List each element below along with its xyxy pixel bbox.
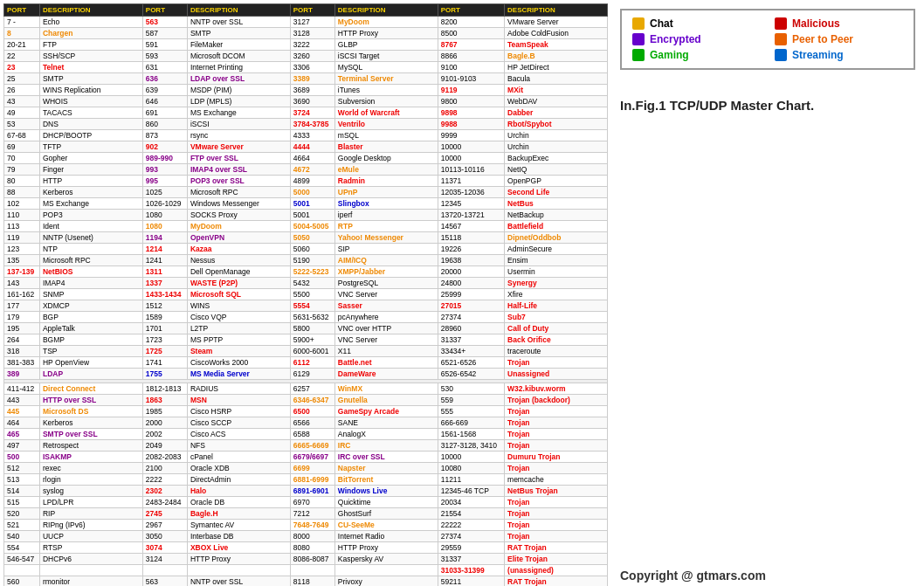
table-row: 70Gopher 989-990FTP over SSL 4664Google …: [4, 153, 608, 164]
table-row: 102MS Exchange 1026-1029Windows Messenge…: [4, 198, 608, 210]
legend-dot-streaming: [775, 49, 787, 61]
table-row: 560rmonitor 563NNTP over SSL 8118Privoxy…: [4, 576, 608, 587]
table-row: 515LPD/LPR 2483-2484Oracle DB 6970Quickt…: [4, 497, 608, 508]
legend-label-p2p: Peer to Peer: [792, 33, 853, 45]
table-row: 110POP3 1080SOCKS Proxy 5001iperf 13720-…: [4, 210, 608, 221]
legend-label-chat: Chat: [650, 17, 673, 30]
table-row: 546-547DHCPv6 3124HTTP Proxy 8086-8087Ka…: [4, 554, 608, 565]
table-row: 514syslog 2302Halo 6891-6901Windows Live…: [4, 486, 608, 497]
legend-label-streaming: Streaming: [792, 49, 844, 61]
table-row: 179BGP 1589Cisco VQP 5631-5632pcAnywhere…: [4, 312, 608, 323]
port-table: PORT DESCRIPTION PORT DESCRIPTION PORT D…: [3, 3, 608, 586]
right-panel: Chat Malicious Encrypted Peer to Peer Ga…: [611, 0, 924, 586]
legend-dot-p2p: [775, 33, 787, 45]
table-row: 25SMTP 636LDAP over SSL 3389Terminal Ser…: [4, 73, 608, 85]
table-row: 8Chargen 587SMTP 3128HTTP Proxy 8500Adob…: [4, 28, 608, 39]
table-row: 67-68DHCP/BOOTP 873rsync 4333mSQL 9999Ur…: [4, 130, 608, 141]
table-row: 161-162SNMP 1433-1434Microsoft SQL 5500V…: [4, 289, 608, 300]
legend-dot-gaming: [632, 49, 645, 61]
header-port2: PORT: [142, 4, 187, 17]
table-row: 381-383HP OpenView 1741CiscoWorks 2000 6…: [4, 357, 608, 369]
legend-item-encrypted: Encrypted: [632, 33, 761, 45]
table-row: 445Microsoft DS 1985Cisco HSRP 6500GameS…: [4, 406, 608, 417]
table-row: 135Microsoft RPC 1241Nessus 5190AIM/ICQ …: [4, 255, 608, 266]
legend-label-encrypted: Encrypted: [650, 33, 701, 45]
table-row: 411-412Direct Connect 1812-1813RADIUS 62…: [4, 383, 608, 395]
main-table-container: PORT DESCRIPTION PORT DESCRIPTION PORT D…: [0, 0, 611, 586]
table-row: 318TSP 1725Steam 6000-6001X11 33434+trac…: [4, 346, 608, 357]
table-row: 195AppleTalk 1701L2TP 5800VNC over HTTP …: [4, 323, 608, 334]
table-row: 389LDAP 1755MS Media Server 6129DameWare…: [4, 369, 608, 380]
legend-grid: Chat Malicious Encrypted Peer to Peer Ga…: [632, 17, 903, 61]
table-row: 540UUCP 3050Interbase DB 8000Internet Ra…: [4, 531, 608, 542]
table-row: 22SSH/SCP 593Microsoft DCOM 3260iSCSI Ta…: [4, 51, 608, 62]
table-row: 88Kerberos 1025Microsoft RPC 5000UPnP 12…: [4, 187, 608, 198]
table-row: 137-139NetBIOS 1311Dell OpenManage 5222-…: [4, 266, 608, 278]
table-row: 31033-31399(unassigned): [4, 565, 608, 576]
table-row: 119NNTP (Usenet) 1194OpenVPN 5050Yahoo! …: [4, 232, 608, 244]
header-desc4: DESCRIPTION: [505, 4, 608, 17]
table-row: 143IMAP4 1337WASTE (P2P) 5432PostgreSQL …: [4, 278, 608, 289]
chart-title: In.Fig.1 TCP/UDP Master Chart.: [620, 98, 915, 113]
table-row: 264BGMP 1723MS PPTP 5900+VNC Server 3133…: [4, 334, 608, 346]
table-row: 554RTSP 3074XBOX Live 8080HTTP Proxy 295…: [4, 542, 608, 554]
table-row: 177XDMCP 1512WINS 5554Sasser 27015Half-L…: [4, 300, 608, 312]
table-row: 521RIPng (IPv6) 2967Symantec AV 7648-764…: [4, 520, 608, 531]
legend-dot-encrypted: [632, 33, 645, 45]
header-port4: PORT: [438, 4, 504, 17]
legend-item-chat: Chat: [632, 17, 761, 30]
legend-label-malicious: Malicious: [792, 17, 840, 30]
header-desc1: DESCRIPTION: [39, 4, 142, 17]
legend-item-gaming: Gaming: [632, 49, 761, 61]
legend-dot-chat: [632, 17, 645, 30]
table-row: 113Ident 1080MyDoom 5004-5005RTP 14567Ba…: [4, 221, 608, 232]
table-row: 465SMTP over SSL 2002Cisco ACS 6588Analo…: [4, 429, 608, 440]
table-row: 69TFTP 902VMware Server 4444Blaster 1000…: [4, 141, 608, 153]
table-row: 26WINS Replication 639MSDP (PIM) 3689iTu…: [4, 85, 608, 96]
header-port1: PORT: [4, 4, 40, 17]
table-row: 20-21FTP 591FileMaker 3222GLBP 8767TeamS…: [4, 39, 608, 51]
table-row: 497Retrospect 2049NFS 6665-6669IRC 3127-…: [4, 440, 608, 452]
copyright: Copyright @ gtmars.com: [620, 551, 915, 583]
table-row: 520RIP 2745Bagle.H 7212GhostSurf 21554Tr…: [4, 508, 608, 520]
legend-box: Chat Malicious Encrypted Peer to Peer Ga…: [620, 9, 915, 70]
table-row: 80HTTP 995POP3 over SSL 4899Radmin 11371…: [4, 176, 608, 187]
legend-item-streaming: Streaming: [775, 49, 903, 61]
table-row: 513rlogin 2222DirectAdmin 6881-6999BitTo…: [4, 474, 608, 486]
header-desc3: DESCRIPTION: [334, 4, 438, 17]
legend-item-malicious: Malicious: [775, 17, 903, 30]
table-row: 512rexec 2100Oracle XDB 6699Napster 1008…: [4, 463, 608, 474]
table-row: 49TACACS 691MS Exchange 3724World of War…: [4, 107, 608, 119]
table-row: 23Telnet 631Internet Printing 3306MySQL …: [4, 62, 608, 73]
table-row: 53DNS 860iSCSI 3784-3785Ventrilo 9988Rbo…: [4, 119, 608, 130]
table-row: 79Finger 993IMAP4 over SSL 4672eMule 101…: [4, 164, 608, 176]
table-row: 443HTTP over SSL 1863MSN 6346-6347Gnutel…: [4, 395, 608, 406]
legend-item-p2p: Peer to Peer: [775, 33, 903, 45]
table-row: 43WHOIS 646LDP (MPLS) 3690Subversion 980…: [4, 96, 608, 107]
table-row: 123NTP 1214Kazaa 5060SIP 19226AdminSecur…: [4, 244, 608, 255]
table-row: 7 -Echo 563NNTP over SSL 3127MyDoom 8200…: [4, 17, 608, 28]
header-port3: PORT: [290, 4, 334, 17]
table-row: 500ISAKMP 2082-2083cPanel 6679/6697IRC o…: [4, 452, 608, 463]
legend-label-gaming: Gaming: [650, 49, 689, 61]
table-row: 464Kerberos 2000Cisco SCCP 6566SANE 666-…: [4, 417, 608, 429]
legend-dot-malicious: [775, 17, 787, 30]
header-desc2: DESCRIPTION: [187, 4, 290, 17]
